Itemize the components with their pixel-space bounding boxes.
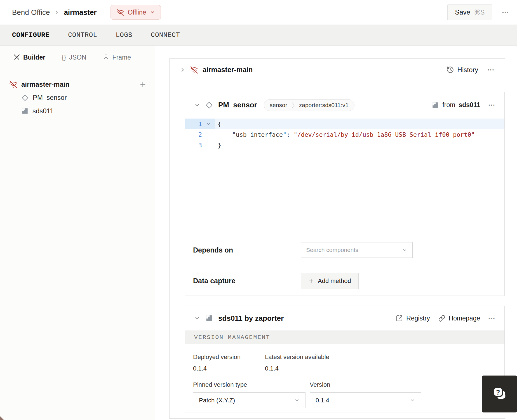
module-icon — [432, 102, 439, 109]
component-card-header: PM_sensor sensor zaporter:sds011:v1 — [185, 92, 504, 118]
code-text: { — [215, 121, 221, 128]
latest-version-value: 0.1.4 — [265, 365, 329, 372]
code-text: "usb_interface": "/dev/serial/by-id/usb-… — [215, 131, 475, 138]
frame-axes-icon — [103, 54, 109, 61]
chevron-down-icon — [150, 10, 155, 15]
fold-chevron-icon[interactable] — [202, 122, 215, 126]
header-overflow-menu[interactable]: ••• — [502, 10, 509, 15]
registry-label: Registry — [406, 315, 430, 322]
wifi-off-icon — [116, 9, 124, 16]
wifi-off-icon — [190, 66, 198, 74]
machine-tabs: CONFIGURE CONTROL LOGS CONNECT — [0, 25, 517, 46]
tree-item-label: PM_sensor — [33, 94, 67, 102]
deployed-version-label: Deployed version — [193, 353, 265, 361]
latest-version-block: Latest version available 0.1.4 — [265, 353, 329, 372]
from-module-link[interactable]: from sds011 — [432, 101, 480, 109]
component-type-badge: sensor zaporter:sds011:v1 — [264, 99, 354, 111]
configure-sidebar: Builder {} JSON Frame airmaster-main — [0, 46, 155, 420]
line-number: 3 — [185, 142, 202, 149]
chevron-down-icon — [402, 247, 407, 253]
tab-configure[interactable]: CONFIGURE — [12, 31, 50, 39]
tree-root-label: airmaster-main — [21, 81, 69, 88]
version-management-body: Deployed version 0.1.4 Latest version av… — [185, 344, 504, 408]
link-icon — [438, 315, 445, 322]
depends-on-select[interactable]: Search components — [301, 242, 413, 258]
registry-link[interactable]: Registry — [396, 315, 430, 322]
part-overflow-menu[interactable]: ••• — [488, 67, 495, 72]
module-card-header: sds011 by zaporter Registry — [185, 306, 504, 331]
latest-version-label: Latest version available — [265, 353, 329, 361]
editor-gutter: 2 — [185, 129, 215, 140]
breadcrumb-org[interactable]: Bend Office — [12, 8, 50, 17]
version-value: 0.1.4 — [316, 397, 329, 404]
module-overflow-menu[interactable]: ••• — [488, 316, 495, 321]
module-icon — [21, 107, 29, 115]
tab-connect[interactable]: CONNECT — [151, 31, 180, 39]
pinned-version-type-select[interactable]: Patch (X.Y.Z) — [193, 392, 306, 408]
status-label: Offline — [128, 9, 146, 16]
component-card-pm-sensor: PM_sensor sensor zaporter:sds011:v1 — [185, 92, 505, 296]
tree-item-pm-sensor[interactable]: PM_sensor — [0, 91, 155, 104]
mode-builder[interactable]: Builder — [13, 54, 45, 61]
help-button[interactable]: ? — [482, 376, 517, 412]
top-bar: Bend Office airmaster Offline Save ⌘S ••… — [0, 0, 517, 25]
external-link-icon — [396, 315, 403, 322]
component-overflow-menu[interactable]: ••• — [488, 103, 495, 107]
mode-frame-label: Frame — [112, 54, 131, 61]
part-title: airmaster-main — [203, 66, 253, 74]
component-header-actions: from sds011 ••• — [432, 101, 495, 109]
badge-divider-chevron-icon — [291, 102, 295, 109]
cursor-artifact — [0, 416, 4, 420]
part-header: airmaster-main History ••• — [170, 59, 505, 81]
add-resource-button[interactable] — [139, 81, 147, 88]
module-header-actions: Registry Homepage ••• — [396, 315, 495, 322]
homepage-label: Homepage — [449, 315, 480, 322]
save-shortcut: ⌘S — [474, 9, 485, 16]
chevron-down-icon — [294, 398, 300, 403]
data-capture-label: Data capture — [193, 277, 301, 285]
editor-gutter: 3 — [185, 140, 215, 150]
plus-icon — [308, 278, 314, 284]
history-icon — [446, 66, 454, 74]
machine-status-badge[interactable]: Offline — [111, 5, 161, 20]
tree-item-airmaster-main[interactable]: airmaster-main — [0, 78, 155, 91]
json-value: "/dev/serial/by-id/usb-1a86_USB_Serial-i… — [290, 131, 475, 138]
collapse-chevron-icon[interactable] — [180, 67, 186, 73]
part-actions: History ••• — [446, 66, 495, 74]
depends-on-placeholder: Search components — [306, 247, 358, 253]
deployed-version-value: 0.1.4 — [193, 365, 265, 372]
save-button[interactable]: Save ⌘S — [447, 4, 492, 20]
collapse-chevron-icon[interactable] — [194, 102, 200, 108]
machine-part-container: airmaster-main History ••• — [169, 58, 505, 419]
wifi-off-icon — [9, 80, 18, 89]
chevron-down-icon — [410, 398, 415, 403]
component-diamond-icon — [21, 94, 29, 102]
breadcrumb: Bend Office airmaster — [12, 8, 97, 17]
save-label: Save — [455, 8, 470, 16]
collapse-chevron-icon[interactable] — [194, 315, 200, 321]
mode-json-label: JSON — [69, 54, 86, 61]
component-diamond-icon — [205, 101, 213, 109]
tree-item-sds011[interactable]: sds011 — [0, 104, 155, 118]
mode-frame[interactable]: Frame — [103, 54, 131, 61]
version-select[interactable]: 0.1.4 — [310, 392, 421, 408]
tab-logs[interactable]: LOGS — [116, 31, 132, 39]
module-card-sds011: sds011 by zaporter Registry — [185, 306, 505, 412]
add-method-button[interactable]: Add method — [301, 273, 359, 289]
homepage-link[interactable]: Homepage — [438, 315, 480, 322]
view-mode-switcher: Builder {} JSON Frame — [0, 46, 155, 69]
tab-control[interactable]: CONTROL — [68, 31, 97, 39]
history-button[interactable]: History — [446, 66, 478, 74]
from-module-name: sds011 — [459, 101, 480, 109]
line-number: 2 — [185, 131, 202, 138]
from-prefix: from — [442, 101, 455, 109]
module-icon — [205, 314, 213, 322]
mode-json[interactable]: {} JSON — [62, 53, 86, 61]
badge-type: sensor — [266, 102, 291, 108]
part-body: PM_sensor sensor zaporter:sds011:v1 — [170, 81, 505, 412]
data-capture-section: Data capture Add method — [185, 266, 504, 296]
attributes-json-editor[interactable]: 1 { 2 "usb_ — [185, 118, 504, 234]
badge-model: zaporter:sds011:v1 — [295, 102, 352, 108]
code-line-1: 1 { — [185, 119, 504, 129]
version-label: Version — [310, 381, 421, 388]
